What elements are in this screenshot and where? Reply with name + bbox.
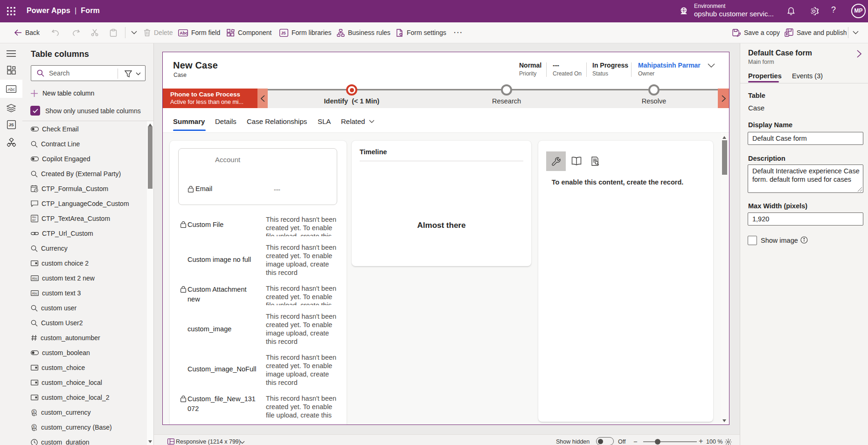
form-settings[interactable]: Form settings xyxy=(396,22,446,43)
tab-details[interactable]: Details xyxy=(215,117,236,125)
zoom-out[interactable]: − xyxy=(633,438,638,445)
col-ctp-url[interactable]: CTP_Url_Custom xyxy=(31,226,93,241)
svg-text:Abc: Abc xyxy=(32,292,38,295)
col-custom-boolean[interactable]: custom_boolean xyxy=(31,345,90,360)
col-contract-line[interactable]: Contract Line xyxy=(31,137,80,151)
svg-text:JS: JS xyxy=(8,123,14,127)
col-custom-choice[interactable]: custom_choice xyxy=(31,360,85,375)
btn-doc[interactable] xyxy=(590,157,600,166)
card-fields: Account Email --- Custom File This recor… xyxy=(170,141,347,424)
save-and-publish[interactable]: Save and publish xyxy=(785,22,847,43)
left-rail: Abc JS xyxy=(0,43,22,445)
btn-wrench[interactable] xyxy=(546,151,566,171)
nav-relationships[interactable] xyxy=(0,133,22,151)
new-table-column[interactable]: New table column xyxy=(31,87,94,99)
pp-title: Default Case form xyxy=(748,49,812,57)
environment[interactable]: Environment opshub customer servic... xyxy=(694,3,774,18)
nav-components[interactable] xyxy=(0,61,22,79)
col-custom-user[interactable]: custom user xyxy=(31,301,76,315)
svg-text:Abc: Abc xyxy=(180,31,187,35)
pp-tab-events[interactable]: Events (3) xyxy=(792,72,823,80)
col-ctp-language[interactable]: CTP_LanguageCode_Custom xyxy=(31,196,129,211)
show-hidden-toggle[interactable] xyxy=(596,437,614,445)
columns-list: Check Email Contract Line Copilot Engage… xyxy=(22,121,146,445)
col-custom-choice-local[interactable]: custom_choice_local xyxy=(31,375,102,390)
col-custom-user2[interactable]: Custom User2 xyxy=(31,315,83,330)
more-commands[interactable]: ··· xyxy=(454,22,463,43)
power-apps-form-designer: Power Apps|Form Environment opshub custo… xyxy=(0,0,868,445)
canvas: New Case Case NormalPriority ---Created … xyxy=(154,43,740,445)
more-clipboard[interactable] xyxy=(131,22,137,43)
account-card: Account Email --- xyxy=(178,148,337,205)
responsive-selector[interactable]: Responsive (1214 x 799) xyxy=(176,438,241,445)
col-check-email[interactable]: Check Email xyxy=(31,122,79,137)
account[interactable]: MP xyxy=(851,4,866,18)
col-created-by-ext[interactable]: Created By (External Party) xyxy=(31,166,121,181)
cut[interactable] xyxy=(91,22,98,43)
notifications[interactable] xyxy=(786,7,796,16)
form-field[interactable]: Abc Form field xyxy=(178,22,220,43)
zoom-in[interactable]: + xyxy=(699,437,703,445)
paste[interactable] xyxy=(110,22,117,43)
top-header: Power Apps|Form Environment opshub custo… xyxy=(0,0,868,22)
component[interactable]: Component xyxy=(227,22,271,43)
col-custom-text-2[interactable]: Abc custom text 2 new xyxy=(31,271,95,286)
col-custom-autonumber[interactable]: custom_autonumber xyxy=(31,330,100,345)
pp-max-width[interactable]: 1,920 xyxy=(748,212,863,226)
hf-created: ---Created On xyxy=(553,62,582,77)
col-currency[interactable]: Currency xyxy=(31,241,68,256)
business-rules[interactable]: Business rules xyxy=(337,22,390,43)
app-title: Power Apps|Form xyxy=(27,7,100,15)
col-ctp-formula[interactable]: CTP_Formula_Custom xyxy=(31,181,108,196)
zoom-thumb[interactable] xyxy=(655,439,660,445)
bpf: Phone to Case Process Active for less th… xyxy=(163,89,729,108)
col-custom-currency-base[interactable]: $ custom_currency (Base) xyxy=(31,420,112,435)
pp-display-name[interactable]: Default Case form xyxy=(748,132,863,145)
form-libraries[interactable]: JS Form libraries xyxy=(279,22,332,43)
col-custom-text-3[interactable]: Abc custom text 3 xyxy=(31,286,81,301)
form-preview: New Case Case NormalPriority ---Created … xyxy=(162,52,729,425)
col-custom-choice-2[interactable]: custom choice 2 xyxy=(31,256,89,271)
waffle[interactable] xyxy=(7,7,15,15)
properties-panel: Default Case form Main form Properties E… xyxy=(740,43,868,445)
nav-tree[interactable] xyxy=(0,99,22,117)
undo[interactable] xyxy=(52,22,60,43)
help[interactable]: ? xyxy=(831,5,836,15)
btn-book[interactable] xyxy=(571,157,582,165)
nav-js[interactable]: JS xyxy=(0,116,22,134)
record-title: New Case xyxy=(173,60,218,71)
search[interactable]: Search xyxy=(31,65,146,81)
hf-status: In ProgressStatus xyxy=(592,62,628,77)
col-custom-choice-local-2[interactable]: custom_choice_local_2 xyxy=(31,390,110,405)
pp-tab-properties[interactable]: Properties xyxy=(748,72,782,80)
show-unused-checkbox[interactable]: Show only unused table columns xyxy=(30,106,141,116)
tab-case-relationships[interactable]: Case Relationships xyxy=(247,117,307,125)
bpf-next[interactable] xyxy=(718,89,729,108)
pp-description[interactable]: Default Interactive experience Case form… xyxy=(748,164,863,193)
tab-summary[interactable]: Summary xyxy=(173,117,205,125)
nav-table-columns[interactable]: Abc xyxy=(0,80,22,98)
tab-related[interactable]: Related xyxy=(341,117,365,125)
save-a-copy[interactable]: Save a copy xyxy=(732,22,780,43)
svg-text:JS: JS xyxy=(281,31,286,35)
col-custom-duration[interactable]: custom_duration xyxy=(31,435,90,445)
delete[interactable]: Delete xyxy=(144,22,173,43)
hf-priority: NormalPriority xyxy=(519,62,542,77)
status-bar: Responsive (1214 x 799) Show hidden Off … xyxy=(154,434,740,445)
fit-screen xyxy=(725,438,732,445)
save-options[interactable] xyxy=(853,22,859,43)
col-copilot-engaged[interactable]: Copilot Engaged xyxy=(31,151,90,166)
bpf-process: Phone to Case Process Active for less th… xyxy=(163,89,257,108)
nav-menu[interactable] xyxy=(0,44,22,62)
pp-show-image[interactable] xyxy=(748,236,757,245)
tab-sla[interactable]: SLA xyxy=(318,117,331,125)
col-ctp-textarea[interactable]: Abcdef CTP_TextArea_Custom xyxy=(31,211,110,226)
redo[interactable] xyxy=(72,22,80,43)
env-icon xyxy=(679,6,689,16)
stage-resolve xyxy=(648,84,660,96)
col-custom-currency[interactable]: $ custom_currency xyxy=(31,405,91,420)
back[interactable]: Back xyxy=(14,22,40,43)
zoom-slider xyxy=(643,441,697,442)
bpf-prev[interactable] xyxy=(257,89,268,108)
settings[interactable] xyxy=(809,6,819,16)
